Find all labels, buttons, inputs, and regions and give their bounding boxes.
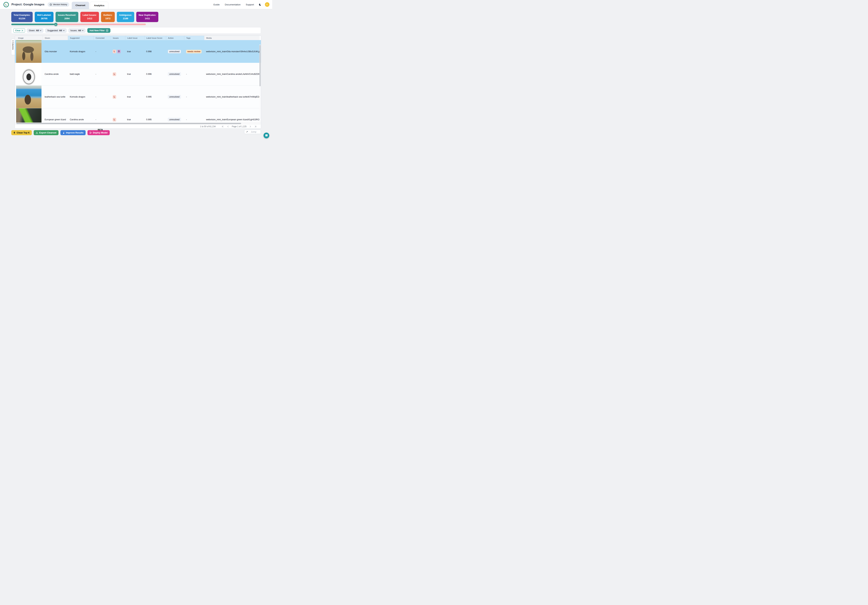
stat-label: Ambiguous: <box>119 13 132 17</box>
close-icon <box>22 30 23 31</box>
row-thumbnail[interactable] <box>16 85 42 108</box>
cell-label-issue: true <box>125 85 144 108</box>
stat-badge: Label Issues: 1412 <box>81 12 99 22</box>
export-cleanset-button[interactable]: Export Cleanset <box>34 130 59 135</box>
table-row[interactable]: Carolina anole bald eagle - L true 0.996… <box>15 63 261 85</box>
first-page-button[interactable] <box>220 125 225 128</box>
nav-link-documentation[interactable]: Documentation <box>225 3 240 6</box>
cell-label-issue: true <box>125 108 144 122</box>
column-header-media[interactable]: Media <box>204 36 260 40</box>
cell-label-issue: true <box>125 63 144 85</box>
vertical-scrollbar-thumb[interactable] <box>260 45 260 86</box>
cell-action: unresolved <box>166 63 184 85</box>
cell-tags: - <box>184 85 204 108</box>
tab-analytics[interactable]: Analytics <box>90 2 108 9</box>
deploy-model-button[interactable]: Deploy Model <box>87 130 110 135</box>
label-issue-badge: L <box>113 118 116 121</box>
clean-progress-slider-track[interactable] <box>11 23 146 25</box>
row-left-spacer <box>15 85 16 108</box>
columns-side-tab[interactable]: ≡ Columns <box>11 39 15 55</box>
cell-tags: - <box>184 108 204 122</box>
cell-given: leatherback sea turtle <box>43 85 68 108</box>
cell-issues: L <box>111 85 125 108</box>
cell-label-issue-score: 0.998 <box>144 40 166 63</box>
version-history-label: Version history <box>53 3 67 6</box>
pagination-range-text: 1 to 50 of 61,234 <box>200 125 215 128</box>
clear-label: Clear <box>15 29 20 32</box>
table-row[interactable]: Gila monster Komodo dragon - LD true 0.9… <box>15 40 261 63</box>
table-row[interactable]: leatherback sea turtle Komodo dragon - L… <box>15 85 261 108</box>
next-page-button[interactable] <box>248 125 253 128</box>
stat-label: Outliers: <box>103 13 113 17</box>
chat-support-button[interactable] <box>264 133 269 138</box>
row-thumbnail[interactable] <box>16 108 42 122</box>
improve-results-button[interactable]: Improve Results <box>60 130 85 135</box>
vertical-scrollbar[interactable] <box>259 45 261 122</box>
stat-label: Near Duplicates: <box>138 13 156 17</box>
nav-link-guide[interactable]: Guide <box>213 3 220 6</box>
dark-mode-toggle[interactable] <box>259 3 262 6</box>
column-header-given[interactable]: Given <box>43 36 68 40</box>
cell-image <box>16 63 43 85</box>
broom-icon <box>55 23 57 25</box>
nav-link-support[interactable]: Support <box>246 3 254 6</box>
action-status-badge[interactable]: unresolved <box>168 118 181 121</box>
horizontal-scrollbar[interactable] <box>15 122 261 124</box>
tag-badge[interactable]: needs review <box>186 50 202 53</box>
column-header-suggested[interactable]: Suggested <box>68 36 94 40</box>
row-thumbnail[interactable] <box>16 40 42 63</box>
cell-image <box>16 108 43 122</box>
tab-cleanset[interactable]: Cleanset <box>72 2 89 9</box>
column-header-issues[interactable]: Issues <box>111 36 125 40</box>
action-status-badge[interactable]: unresolved <box>168 73 181 76</box>
table-row[interactable]: European green lizard Carolina anole - L… <box>15 108 261 122</box>
filter-dropdown-value: All <box>78 29 81 32</box>
column-header-label-issue[interactable]: Label Issue <box>125 36 144 40</box>
cell-tags: - <box>184 63 204 85</box>
stat-value: 26705 <box>37 17 51 20</box>
horizontal-scrollbar-thumb[interactable] <box>16 123 241 124</box>
cell-tags: needs review <box>184 40 204 63</box>
column-header-image[interactable]: Image <box>16 36 43 40</box>
stat-value: 61234 <box>14 17 30 20</box>
column-header-corrected[interactable]: Corrected <box>94 36 111 40</box>
cell-image <box>16 85 43 108</box>
column-header-action[interactable]: Action <box>166 36 184 40</box>
stat-badge: Well Labeled: 26705 <box>35 12 53 22</box>
column-header-label-issue-score[interactable]: Label Issue Score <box>144 36 166 40</box>
filter-dropdown[interactable]: Suggested: All <box>45 28 67 33</box>
add-new-filter-button[interactable]: Add New Filter <box>87 28 110 33</box>
action-status-badge[interactable]: unresolved <box>168 50 181 53</box>
previous-page-button[interactable] <box>225 125 231 128</box>
clear-filters-button[interactable]: Clear <box>13 28 25 32</box>
row-thumbnail[interactable] <box>16 63 42 85</box>
cleanlab-logo: L <box>3 2 9 7</box>
filter-dropdown[interactable]: Issues: All <box>68 28 86 33</box>
stat-value: 1412 <box>83 17 97 20</box>
last-page-button[interactable] <box>253 125 258 128</box>
cell-given: Carolina anole <box>43 63 68 85</box>
jump-arrow-icon: ↗ <box>246 130 248 133</box>
cell-suggested: Komodo dragon <box>68 85 94 108</box>
add-new-filter-label: Add New Filter <box>89 29 105 32</box>
duplicate-issue-badge: D <box>117 50 121 53</box>
jump-button[interactable]: ↗ Jump <box>244 130 261 134</box>
deploy-model-label: Deploy Model <box>93 132 108 134</box>
version-history-button[interactable]: Version history <box>48 2 69 7</box>
label-issue-badge: L <box>113 95 116 99</box>
label-issue-badge: L <box>113 73 116 76</box>
clean-top-k-button[interactable]: Clean Top K <box>11 130 32 135</box>
column-header-tags[interactable]: Tags <box>184 36 204 40</box>
filter-dropdown[interactable]: Given: All <box>27 28 43 33</box>
play-icon <box>90 132 91 134</box>
slider-filled-portion <box>11 23 56 25</box>
jump-label: Jump <box>251 130 256 133</box>
cell-corrected: - <box>94 63 111 85</box>
cell-action: unresolved <box>166 108 184 122</box>
improve-results-label: Improve Results <box>66 132 84 134</box>
user-avatar[interactable]: CL <box>265 2 270 7</box>
action-status-badge[interactable]: unresolved <box>168 95 181 99</box>
slider-handle[interactable] <box>54 23 57 26</box>
stat-badge: Outliers: 1972 <box>101 12 115 22</box>
filter-dropdown-value: All <box>36 29 39 32</box>
